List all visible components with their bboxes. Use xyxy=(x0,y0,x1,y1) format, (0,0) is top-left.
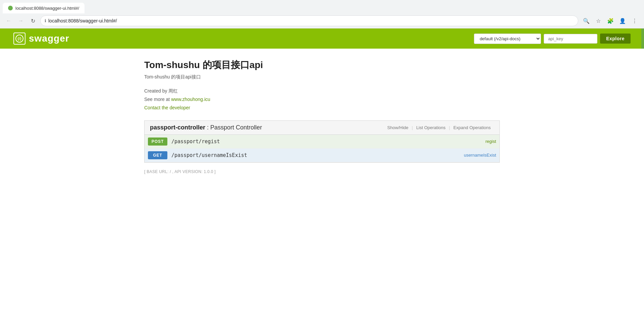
list-operations-action[interactable]: List Operations xyxy=(413,125,449,130)
api-footer: [ BASE URL: / , API VERSION: 1.0.0 ] xyxy=(144,169,500,174)
footer-bracket-close: ] xyxy=(214,169,216,174)
swagger-header: {/} swagger default (/v2/api-docs) Explo… xyxy=(0,29,644,49)
reload-button[interactable]: ↻ xyxy=(28,16,38,25)
api-description: Tom-shushu 的项目api接口 xyxy=(144,74,500,80)
footer-api-version-value: 1.0.0 xyxy=(204,169,213,174)
controller-actions: Show/Hide | List Operations | Expand Ope… xyxy=(384,125,494,130)
footer-base-url-value: / xyxy=(170,169,171,174)
operation-get-username[interactable]: GET /passport/usernameIsExist usernameIs… xyxy=(145,149,499,162)
controller-description: Passport Controller xyxy=(210,124,262,131)
footer-base-url-label: BASE URL: xyxy=(147,169,168,174)
address-bar[interactable]: ℹ localhost:8088/swagger-ui.html#/ xyxy=(40,15,578,26)
operation-post-regist[interactable]: POST /passport/regist regist xyxy=(145,135,499,149)
swagger-logo: {/} swagger xyxy=(13,33,69,45)
swagger-content: Tom-shushu 的项目接口api Tom-shushu 的项目api接口 … xyxy=(138,49,506,184)
footer-api-version-label: API VERSION: xyxy=(174,169,203,174)
explore-button[interactable]: Explore xyxy=(600,34,631,44)
extensions-icon-btn[interactable]: 🧩 xyxy=(605,15,616,26)
see-more-text: See more at xyxy=(144,97,171,102)
active-tab[interactable]: localhost:8088/swagger-ui.html#/ xyxy=(3,3,85,13)
api-meta: Created by 周红 See more at www.zhouhong.i… xyxy=(144,87,500,112)
see-more-link[interactable]: www.zhouhong.icu xyxy=(171,97,210,102)
contact-developer-link[interactable]: Contact the developer xyxy=(144,105,190,110)
get-method-badge: GET xyxy=(148,151,167,159)
see-more-line: See more at www.zhouhong.icu xyxy=(144,95,500,104)
get-path: /passport/usernameIsExist xyxy=(171,152,460,158)
address-secure-icon: ℹ xyxy=(45,18,46,23)
bookmark-icon-btn[interactable]: ☆ xyxy=(593,15,604,26)
controller-name: passport-controller xyxy=(150,124,205,131)
swagger-logo-text: swagger xyxy=(29,33,69,44)
swagger-logo-icon: {/} xyxy=(13,33,25,45)
created-by-label: Created by 周红 xyxy=(144,88,178,94)
expand-operations-action[interactable]: Expand Operations xyxy=(450,125,494,130)
svg-text:{/}: {/} xyxy=(17,37,21,41)
post-path: /passport/regist xyxy=(171,139,481,145)
swagger-header-wrapper: {/} swagger default (/v2/api-docs) Explo… xyxy=(0,29,644,49)
contact-line: Contact the developer xyxy=(144,104,500,112)
get-summary: usernameIsExist xyxy=(464,153,496,158)
show-hide-action[interactable]: Show/Hide xyxy=(384,125,412,130)
browser-tabs: localhost:8088/swagger-ui.html#/ xyxy=(0,0,644,13)
browser-toolbar: ← → ↻ ℹ localhost:8088/swagger-ui.html#/… xyxy=(0,13,644,28)
back-button[interactable]: ← xyxy=(4,16,13,25)
browser-chrome: localhost:8088/swagger-ui.html#/ ← → ↻ ℹ… xyxy=(0,0,644,29)
controller-header: passport-controller : Passport Controlle… xyxy=(145,121,499,135)
tab-favicon xyxy=(8,6,13,10)
tab-title: localhost:8088/swagger-ui.html#/ xyxy=(15,6,79,11)
account-icon-btn[interactable]: 👤 xyxy=(617,15,628,26)
post-summary: regist xyxy=(485,139,496,144)
swagger-controls: default (/v2/api-docs) Explore xyxy=(474,34,631,44)
created-by-line: Created by 周红 xyxy=(144,87,500,95)
toolbar-icons: 🔍 ☆ 🧩 👤 ⋮ xyxy=(581,15,640,26)
forward-button[interactable]: → xyxy=(16,16,25,25)
controller-section: passport-controller : Passport Controlle… xyxy=(144,120,500,163)
api-key-input[interactable] xyxy=(544,34,597,44)
search-icon-btn[interactable]: 🔍 xyxy=(581,15,592,26)
menu-icon-btn[interactable]: ⋮ xyxy=(629,15,640,26)
address-url: localhost:8088/swagger-ui.html#/ xyxy=(48,18,574,23)
controller-separator-colon: : xyxy=(207,124,210,131)
scrollbar-indicator xyxy=(641,29,644,49)
controller-title: passport-controller : Passport Controlle… xyxy=(150,124,262,131)
post-method-badge: POST xyxy=(148,138,167,146)
api-docs-select[interactable]: default (/v2/api-docs) xyxy=(474,34,541,44)
api-title: Tom-shushu 的项目接口api xyxy=(144,59,500,71)
